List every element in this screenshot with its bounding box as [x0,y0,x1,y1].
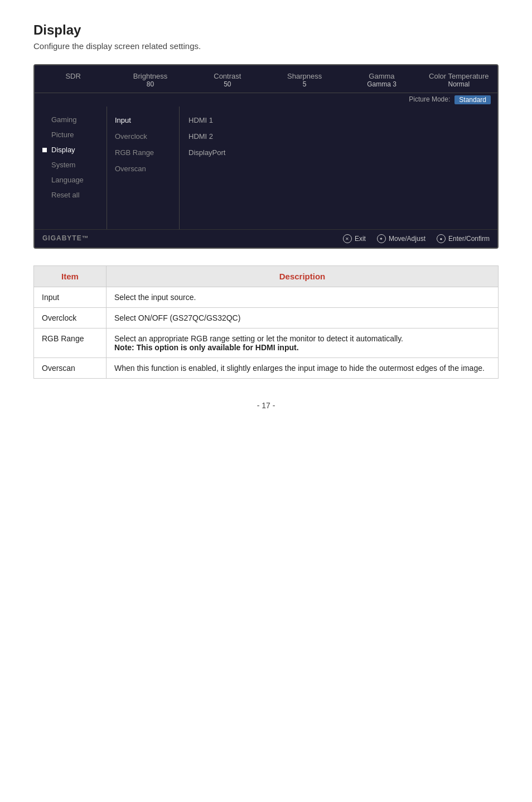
osd-body: Gaming Picture Display System Language R… [35,107,497,229]
osd-submenu-overscan[interactable]: Overscan [107,161,179,177]
table-row: Overscan When this function is enabled, … [34,358,499,379]
page-subtitle: Configure the display screen related set… [33,41,499,51]
osd-sidebar-system[interactable]: System [35,157,107,172]
osd-sidebar-reset-all[interactable]: Reset all [35,187,107,202]
table-cell-item-input: Input [34,287,107,308]
table-header-description: Description [107,266,499,287]
bullet-display [42,148,47,152]
table-cell-desc-input: Select the input source. [107,287,499,308]
osd-footer-exit: ✕ Exit [343,234,366,243]
osd-monitor: SDR Brightness 80 Contrast 50 Sharpness … [33,64,499,249]
table-cell-item-overscan: Overscan [34,358,107,379]
osd-content-hdmi1[interactable]: HDMI 1 [188,112,489,128]
osd-submenu-overclock[interactable]: Overclock [107,128,179,144]
osd-sidebar-picture[interactable]: Picture [35,127,107,142]
osd-nav-sharpness[interactable]: Sharpness 5 [266,65,343,93]
osd-sidebar: Gaming Picture Display System Language R… [35,107,107,229]
table-header-item: Item [34,266,107,287]
table-cell-item-overclock: Overclock [34,308,107,328]
table-cell-item-rgb: RGB Range [34,328,107,358]
exit-icon: ✕ [343,234,352,243]
osd-content-displayport[interactable]: DisplayPort [188,144,489,161]
osd-nav-color-temp[interactable]: Color Temperature Normal [420,65,497,93]
table-row: RGB Range Select an appropriate RGB rang… [34,328,499,358]
move-icon: ✦ [377,234,386,243]
table-cell-desc-overscan: When this function is enabled, it slight… [107,358,499,379]
table-header-row: Item Description [34,266,499,287]
osd-sidebar-gaming[interactable]: Gaming [35,112,107,127]
table-cell-desc-rgb: Select an appropriate RGB range setting … [107,328,499,358]
confirm-icon: ● [437,234,446,243]
osd-top-nav: SDR Brightness 80 Contrast 50 Sharpness … [35,65,497,93]
page-number: - 17 - [33,401,499,410]
osd-sidebar-language[interactable]: Language [35,172,107,187]
osd-nav-gamma[interactable]: Gamma Gamma 3 [343,65,420,93]
osd-content-hdmi2[interactable]: HDMI 2 [188,128,489,144]
osd-nav-contrast[interactable]: Contrast 50 [189,65,266,93]
table-note-rgb: Note: This option is only available for … [114,343,299,352]
osd-sidebar-display[interactable]: Display [35,142,107,157]
table-cell-desc-overclock: Select ON/OFF (GS27QC/GS32QC) [107,308,499,328]
table-row: Overclock Select ON/OFF (GS27QC/GS32QC) [34,308,499,328]
osd-submenu: Input Overclock RGB Range Overscan [107,107,180,229]
info-table: Item Description Input Select the input … [33,265,499,379]
osd-footer-move: ✦ Move/Adjust [377,234,425,243]
osd-brand: GIGABYTE™ [42,234,89,242]
page-title: Display [33,22,499,38]
osd-nav-brightness[interactable]: Brightness 80 [112,65,188,93]
osd-nav-sdr[interactable]: SDR [35,65,112,93]
osd-footer-confirm: ● Enter/Confirm [437,234,490,243]
osd-picture-mode-row: Picture Mode: Standard [35,93,497,107]
osd-submenu-input[interactable]: Input [107,112,179,128]
table-row: Input Select the input source. [34,287,499,308]
osd-submenu-rgb-range[interactable]: RGB Range [107,144,179,161]
osd-footer: ✕ Exit ✦ Move/Adjust ● Enter/Confirm [35,229,497,248]
osd-content: HDMI 1 HDMI 2 DisplayPort [180,107,497,229]
